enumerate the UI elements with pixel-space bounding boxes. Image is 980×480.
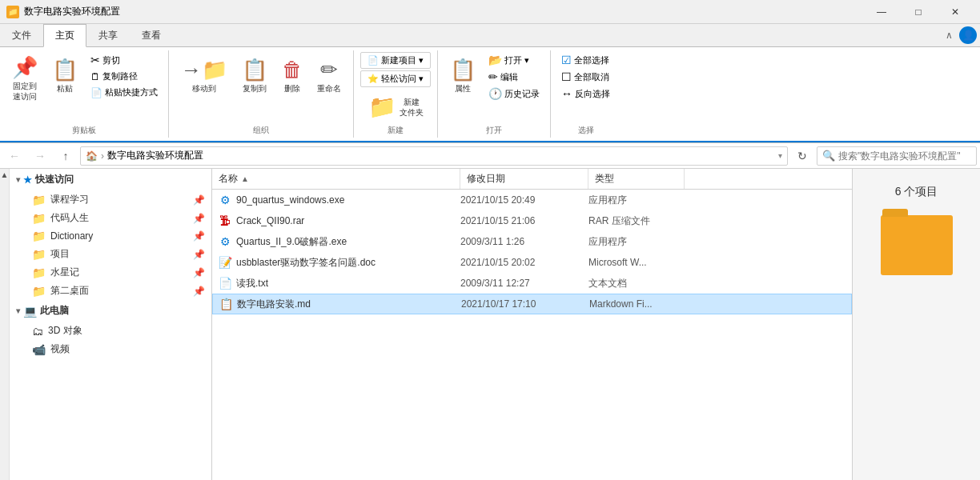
close-button[interactable]: ✕ — [937, 0, 974, 24]
refresh-button[interactable]: ↻ — [791, 146, 813, 166]
tab-file[interactable]: 文件 — [0, 24, 43, 47]
home-icon: 🏠 — [86, 150, 98, 162]
sidebar-item-courses[interactable]: 📁 课程学习 📌 — [10, 190, 211, 209]
quick-access-label: 快速访问 — [35, 173, 74, 186]
paste-label: 粘贴 — [57, 84, 73, 94]
dictionary-pin-icon: 📌 — [193, 230, 205, 242]
file-icon: 🗜 — [217, 213, 233, 229]
file-name: usbblaster驱动数字签名问题.doc — [236, 256, 460, 270]
new-item-label: 新建项目 ▾ — [381, 54, 424, 66]
copy-to-button[interactable]: 📋 复制到 — [236, 52, 273, 100]
select-all-button[interactable]: ☑ 全部选择 — [557, 52, 614, 68]
path-dropdown-icon[interactable]: ▾ — [778, 151, 782, 160]
paste-button[interactable]: 📋 粘贴 — [46, 52, 83, 100]
folder-tab — [882, 209, 908, 217]
new-folder-button[interactable]: 📁 新建文件夹 — [363, 90, 429, 123]
col-header-type[interactable]: 类型 — [588, 169, 685, 189]
easy-access-button[interactable]: ⭐ 轻松访问 ▾ — [360, 70, 431, 87]
this-pc-header[interactable]: ▾ 💻 此电脑 — [10, 300, 211, 322]
file-list-header: 名称 ▲ 修改日期 类型 — [212, 169, 852, 190]
search-icon: 🔍 — [822, 150, 835, 162]
sidebar-item-mercury[interactable]: 📁 水星记 📌 — [10, 263, 211, 282]
path-text: 数字电路实验环境配置 — [107, 149, 203, 162]
easy-access-label: 轻松访问 ▾ — [381, 73, 424, 85]
select-all-label: 全部选择 — [574, 54, 609, 66]
invert-selection-button[interactable]: ↔ 反向选择 — [557, 86, 614, 102]
move-to-button[interactable]: →📁 移动到 — [175, 52, 233, 100]
cut-button[interactable]: ✂ 剪切 — [86, 52, 162, 68]
ribbon-collapse-icon[interactable]: ∧ — [946, 30, 953, 41]
properties-button[interactable]: 📋 属性 — [444, 52, 481, 100]
file-name: 90_quartus_windows.exe — [236, 194, 460, 206]
organize-group-content: →📁 移动到 📋 复制到 🗑 删除 ✏ 重命名 — [175, 52, 347, 123]
folder-preview — [881, 215, 953, 275]
table-row[interactable]: ⚙ 90_quartus_windows.exe 2021/10/15 20:4… — [212, 190, 852, 210]
quick-access-header[interactable]: ▾ ★ 快速访问 — [10, 169, 211, 190]
col-header-name[interactable]: 名称 ▲ — [212, 169, 460, 189]
up-button[interactable]: ↑ — [54, 146, 77, 166]
file-date: 2021/10/15 21:06 — [460, 215, 588, 226]
table-row[interactable]: 📝 usbblaster驱动数字签名问题.doc 2021/10/15 20:0… — [212, 252, 852, 273]
search-input[interactable] — [838, 150, 971, 162]
select-col: ☑ 全部选择 ☐ 全部取消 ↔ 反向选择 — [557, 52, 614, 102]
info-panel: 6 个项目 — [852, 169, 980, 480]
quick-access-expand-icon: ▾ — [16, 175, 20, 184]
sidebar-item-codinglife[interactable]: 📁 代码人生 📌 — [10, 209, 211, 227]
new-item-button[interactable]: 📄 新建项目 ▾ — [360, 52, 431, 69]
tab-share[interactable]: 共享 — [86, 24, 130, 47]
file-date: 2021/10/15 20:49 — [460, 194, 588, 206]
maximize-button[interactable]: □ — [900, 0, 937, 24]
col-date-label: 修改日期 — [467, 172, 505, 186]
col-type-label: 类型 — [595, 172, 614, 186]
table-row[interactable]: 📋 数字电路安装.md 2021/10/17 17:10 Markdown Fi… — [212, 294, 852, 314]
codinglife-icon: 📁 — [32, 212, 46, 225]
minimize-button[interactable]: — — [863, 0, 900, 24]
new-folder-label: 新建文件夹 — [400, 98, 424, 118]
sidebar-scrollbar[interactable]: ▲ ▼ — [0, 169, 10, 480]
ribbon: 文件 主页 共享 查看 ∧ 👤 📌 固定到速访问 📋 粘贴 — [0, 24, 980, 143]
sidebar-item-3d[interactable]: 🗂 3D 对象 — [10, 322, 211, 340]
file-icon: ⚙ — [217, 234, 233, 250]
tab-view[interactable]: 查看 — [130, 24, 173, 47]
forward-button[interactable]: → — [29, 146, 51, 166]
address-path[interactable]: 🏠 › 数字电路实验环境配置 ▾ — [80, 146, 788, 166]
paste-shortcut-button[interactable]: 📄 粘贴快捷方式 — [86, 85, 162, 100]
mercury-label: 水星记 — [50, 266, 188, 279]
sidebar-item-desktop2[interactable]: 📁 第二桌面 📌 — [10, 282, 211, 300]
invert-selection-icon: ↔ — [561, 87, 572, 100]
sidebar-item-video[interactable]: 📹 视频 — [10, 340, 211, 358]
ribbon-group-new: 📄 新建项目 ▾ ⭐ 轻松访问 ▾ 📁 新建文件夹 新建 — [354, 50, 438, 138]
desktop2-label: 第二桌面 — [50, 284, 188, 298]
deselect-all-button[interactable]: ☐ 全部取消 — [557, 69, 614, 85]
pin-button[interactable]: 📌 固定到速访问 — [6, 52, 43, 106]
easy-access-icon: ⭐ — [368, 74, 379, 84]
open-button[interactable]: 📂 打开 ▾ — [484, 52, 544, 68]
file-date: 2021/10/15 20:02 — [460, 257, 588, 268]
sidebar-item-projects[interactable]: 📁 项目 📌 — [10, 245, 211, 263]
back-button[interactable]: ← — [3, 146, 26, 166]
edit-button[interactable]: ✏ 编辑 — [484, 69, 544, 85]
copy-path-button[interactable]: 🗒 复制路径 — [86, 69, 162, 84]
sidebar-item-dictionary[interactable]: 📁 Dictionary 📌 — [10, 227, 211, 245]
table-row[interactable]: 🗜 Crack_QII90.rar 2021/10/15 21:06 RAR 压… — [212, 210, 852, 231]
col-header-date[interactable]: 修改日期 — [460, 169, 588, 189]
scroll-up-icon[interactable]: ▲ — [1, 170, 9, 179]
title-bar-icon: 📁 — [6, 6, 19, 18]
paste-icon: 📋 — [52, 58, 78, 82]
title-bar: 📁 数字电路实验环境配置 — □ ✕ — [0, 0, 980, 24]
deselect-all-label: 全部取消 — [574, 71, 609, 83]
tab-home[interactable]: 主页 — [43, 24, 86, 47]
main-area: ▲ ▼ ▾ ★ 快速访问 📁 课程学习 📌 📁 代码人生 📌 📁 D — [0, 169, 980, 480]
open-col: 📂 打开 ▾ ✏ 编辑 🕐 历史记录 — [484, 52, 544, 102]
clipboard-label: 剪贴板 — [72, 125, 96, 138]
history-button[interactable]: 🕐 历史记录 — [484, 86, 544, 102]
codinglife-label: 代码人生 — [50, 211, 188, 225]
file-icon: ⚙ — [217, 192, 233, 208]
table-row[interactable]: ⚙ Quartus_II_9.0破解器.exe 2009/3/11 1:26 应… — [212, 231, 852, 252]
table-row[interactable]: 📄 读我.txt 2009/3/11 12:27 文本文档 — [212, 273, 852, 294]
rename-button[interactable]: ✏ 重命名 — [311, 52, 347, 100]
properties-icon: 📋 — [450, 58, 476, 82]
move-icon: →📁 — [181, 58, 227, 82]
delete-button[interactable]: 🗑 删除 — [276, 52, 308, 100]
new-item-icon: 📄 — [368, 55, 379, 66]
